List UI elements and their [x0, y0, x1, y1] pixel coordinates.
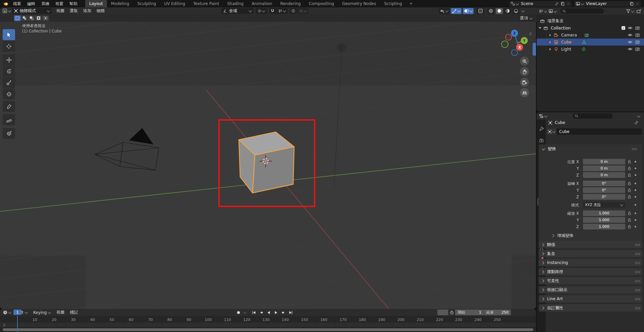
proportional-falloff-dropdown[interactable] [297, 8, 309, 14]
delta-transform-panel-header[interactable]: 增減變換 [551, 233, 573, 239]
collapsed-panel-header[interactable]: 自訂屬性 [539, 304, 642, 312]
tool-rotate[interactable] [3, 66, 15, 77]
menubar-item[interactable]: 編輯 [24, 0, 38, 7]
hide-eye-icon[interactable] [628, 25, 633, 30]
outliner-row-light[interactable]: Light [537, 46, 644, 53]
location-y-field[interactable]: 0 m [583, 165, 625, 171]
location-x-field[interactable]: 0 m [583, 159, 625, 164]
new-scene-icon[interactable] [560, 2, 565, 6]
ruler-frame-220[interactable]: 220 [436, 318, 443, 322]
tool-transform[interactable] [3, 88, 15, 99]
playhead-badge[interactable]: 1 [13, 310, 21, 315]
timeline-menu-keying[interactable]: Keying [31, 310, 54, 315]
animate-dot[interactable] [635, 219, 636, 221]
shading-material-button[interactable] [504, 8, 511, 14]
ruler-frame-70[interactable]: 70 [148, 318, 153, 322]
ruler-frame-240[interactable]: 240 [475, 318, 482, 322]
viewlayer-name[interactable]: ViewLayer [584, 1, 609, 6]
workspace-tab[interactable]: Texture Paint [189, 0, 223, 7]
collapsed-panel-header[interactable]: Instancing [539, 259, 642, 266]
transform-orientation-dropdown[interactable]: 全域 [221, 8, 254, 14]
workspace-tab[interactable]: Layout [85, 0, 107, 7]
animate-dot[interactable] [635, 196, 636, 198]
tab-render[interactable] [537, 136, 546, 144]
panel-drag-handle[interactable] [635, 280, 640, 282]
pan-hand-button[interactable] [520, 67, 529, 76]
tool-annotate[interactable] [3, 101, 15, 112]
frame-end-field[interactable]: 結束250 [484, 310, 511, 315]
outliner-row-cube[interactable]: Cube [537, 39, 644, 46]
tool-3d-cursor[interactable] [3, 41, 15, 52]
scene-name[interactable]: Scene [519, 1, 535, 6]
overlays-toggle[interactable] [463, 8, 474, 14]
panel-drag-handle[interactable] [635, 262, 640, 264]
select-mode-subtract-button[interactable] [28, 15, 35, 21]
lock-icon[interactable] [627, 211, 632, 215]
zoom-button[interactable] [520, 57, 529, 66]
gizmo-axis-x-neg[interactable] [505, 34, 512, 40]
filter-id-type-dropdown[interactable] [548, 9, 557, 13]
transform-panel-header[interactable]: 變換 [541, 146, 641, 152]
animate-dot[interactable] [635, 212, 636, 214]
ruler-frame-230[interactable]: 230 [455, 318, 462, 322]
chevron-down-icon[interactable] [516, 2, 519, 5]
render-visibility-icon[interactable] [635, 47, 640, 52]
xray-toggle[interactable] [477, 8, 484, 14]
outliner-search-input[interactable] [560, 8, 604, 14]
disclosure-open-icon[interactable] [539, 27, 541, 29]
timeline-keyframe-strip[interactable] [0, 323, 536, 327]
snap-toggle[interactable] [269, 8, 276, 14]
workspace-tab[interactable]: Animation [248, 0, 276, 7]
viewport-menu-item[interactable]: 添加 [80, 8, 94, 14]
frame-start-field[interactable]: 開始1 [455, 310, 484, 315]
tab-tool[interactable] [537, 125, 546, 133]
ruler-frame-170[interactable]: 170 [339, 318, 346, 322]
workspace-tab[interactable]: Modeling [107, 0, 133, 7]
mode-dropdown[interactable]: 物體模式 [12, 8, 52, 14]
ruler-frame-110[interactable]: 110 [224, 318, 231, 322]
editor-type-button[interactable] [1, 8, 12, 13]
render-visibility-icon[interactable] [635, 25, 640, 30]
shading-wireframe-button[interactable] [487, 8, 494, 14]
timeline-menu-view[interactable]: 視圖 [54, 310, 67, 315]
tool-options-button[interactable]: 選項 [518, 15, 535, 21]
animate-dot[interactable] [635, 204, 636, 206]
workspace-tab[interactable]: Rendering [276, 0, 305, 7]
animate-dot[interactable] [635, 183, 636, 184]
blender-logo-icon[interactable] [3, 1, 9, 6]
tool-select-box[interactable] [3, 29, 15, 40]
pivot-point-dropdown[interactable] [256, 8, 267, 14]
play-button[interactable] [272, 310, 279, 315]
panel-drag-handle[interactable] [635, 244, 640, 246]
lock-icon[interactable] [627, 173, 632, 177]
pin-icon[interactable] [554, 2, 559, 6]
outliner-row-collection[interactable]: Collection ✓ [537, 24, 644, 31]
ruler-frame-130[interactable]: 130 [263, 318, 270, 322]
viewport-menu-item[interactable]: 物體 [94, 8, 107, 14]
add-workspace-button[interactable]: + [406, 1, 416, 6]
animate-dot[interactable] [635, 161, 636, 162]
disclosure-closed-icon[interactable] [549, 34, 551, 37]
tool-move[interactable] [3, 54, 15, 65]
select-mode-set-button[interactable] [14, 15, 21, 21]
previous-keyframe-button[interactable] [258, 310, 265, 315]
render-visibility-icon[interactable] [635, 40, 640, 45]
shading-rendered-button[interactable] [513, 8, 520, 14]
render-visibility-icon[interactable] [635, 32, 640, 38]
scale-x-field[interactable]: 1.000 [583, 210, 625, 216]
gizmo-axis-z-neg[interactable] [512, 50, 518, 56]
display-mode-dropdown[interactable] [538, 9, 548, 13]
use-preview-range-button[interactable] [448, 310, 455, 315]
scene-icon[interactable] [511, 1, 515, 6]
ruler-frame-160[interactable]: 160 [320, 318, 327, 322]
ruler-frame-80[interactable]: 80 [167, 318, 172, 322]
timeline-scrollbar[interactable] [3, 328, 533, 331]
new-viewlayer-icon[interactable] [630, 2, 634, 6]
select-mode-intersect-button[interactable] [42, 15, 49, 21]
tool-scale[interactable] [3, 77, 15, 88]
menubar-item[interactable]: 幫助 [66, 0, 80, 7]
ruler-frame-30[interactable]: 30 [71, 318, 76, 322]
rotation-x-field[interactable]: 0° [583, 181, 625, 186]
navigation-gizmo[interactable]: Z Y X [501, 30, 528, 56]
collapsed-panel-header[interactable]: 集盒 [539, 250, 642, 257]
